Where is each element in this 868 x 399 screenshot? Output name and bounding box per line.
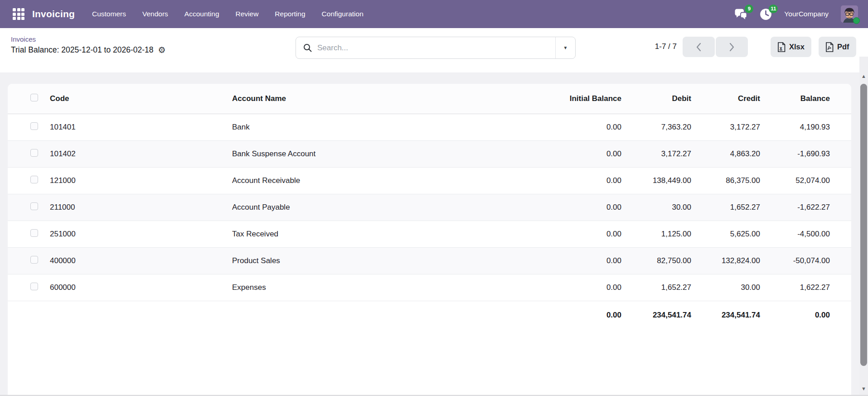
- pager-range[interactable]: 1-7 / 7: [655, 42, 677, 51]
- cell-credit: 86,375.00: [691, 167, 760, 194]
- cell-account-name: Account Payable: [232, 194, 486, 221]
- online-status-dot: [853, 17, 860, 24]
- search-dropdown-toggle[interactable]: ▼: [555, 37, 575, 58]
- export-xlsx-button[interactable]: x Xlsx: [771, 37, 811, 57]
- table-row[interactable]: 101401 Bank 0.00 7,363.20 3,172.27 4,190…: [8, 114, 851, 140]
- total-debit: 234,541.74: [621, 301, 691, 330]
- company-switcher[interactable]: YourCompany: [784, 10, 829, 18]
- messages-button[interactable]: 9: [734, 8, 747, 20]
- scroll-down-icon[interactable]: ▼: [859, 386, 868, 391]
- cell-balance: -1,690.93: [760, 140, 851, 167]
- cell-credit: 1,652.27: [691, 194, 760, 221]
- cell-account-name: Tax Received: [232, 221, 486, 247]
- row-checkbox[interactable]: [30, 202, 38, 210]
- cell-account-name: Bank: [232, 114, 486, 140]
- row-checkbox[interactable]: [30, 122, 38, 130]
- content-area: Code Account Name Initial Balance Debit …: [0, 72, 859, 395]
- app-name-button[interactable]: Invoicing: [32, 9, 75, 19]
- cell-account-name: Product Sales: [232, 247, 486, 274]
- activities-badge: 11: [769, 5, 778, 13]
- cell-initial-balance: 0.00: [486, 167, 621, 194]
- cell-debit: 1,125.00: [621, 221, 691, 247]
- search-input[interactable]: [317, 37, 555, 58]
- breadcrumb: Invoices Trial Balance: 2025-12-01 to 20…: [11, 35, 166, 55]
- cell-code: 101402: [50, 140, 232, 167]
- total-balance: 0.00: [760, 301, 851, 330]
- activities-button[interactable]: 11: [760, 8, 772, 20]
- cell-credit: 132,824.00: [691, 247, 760, 274]
- cell-code: 251000: [50, 221, 232, 247]
- export-pdf-button[interactable]: Pdf: [819, 37, 856, 57]
- pdf-button-label: Pdf: [837, 43, 849, 51]
- search-icon: [303, 43, 312, 52]
- xlsx-button-label: Xlsx: [789, 43, 805, 51]
- svg-text:x: x: [780, 45, 782, 50]
- row-checkbox[interactable]: [30, 229, 38, 237]
- cell-credit: 30.00: [691, 274, 760, 301]
- table-row[interactable]: 251000 Tax Received 0.00 1,125.00 5,625.…: [8, 221, 851, 247]
- breadcrumb-invoices-link[interactable]: Invoices: [11, 35, 36, 43]
- column-header-account-name[interactable]: Account Name: [232, 84, 486, 114]
- row-checkbox[interactable]: [30, 256, 38, 264]
- column-header-debit[interactable]: Debit: [621, 84, 691, 114]
- cell-account-name: Expenses: [232, 274, 486, 301]
- column-header-initial-balance[interactable]: Initial Balance: [486, 84, 621, 114]
- cell-debit: 82,750.00: [621, 247, 691, 274]
- cell-balance: -1,622.27: [760, 194, 851, 221]
- cell-code: 400000: [50, 247, 232, 274]
- total-credit: 234,541.74: [691, 301, 760, 330]
- cell-initial-balance: 0.00: [486, 140, 621, 167]
- row-checkbox[interactable]: [30, 149, 38, 157]
- row-checkbox[interactable]: [30, 283, 38, 290]
- menu-item-customers[interactable]: Customers: [92, 10, 126, 18]
- table-row[interactable]: 121000 Account Receivable 0.00 138,449.0…: [8, 167, 851, 194]
- table-body: 101401 Bank 0.00 7,363.20 3,172.27 4,190…: [8, 114, 851, 301]
- cell-credit: 3,172.27: [691, 114, 760, 140]
- cell-initial-balance: 0.00: [486, 221, 621, 247]
- cell-account-name: Account Receivable: [232, 167, 486, 194]
- pager-buttons: [683, 37, 748, 57]
- cell-debit: 30.00: [621, 194, 691, 221]
- table-row[interactable]: 101402 Bank Suspense Account 0.00 3,172.…: [8, 140, 851, 167]
- cell-code: 121000: [50, 167, 232, 194]
- trial-balance-card: Code Account Name Initial Balance Debit …: [8, 84, 851, 395]
- table-row[interactable]: 211000 Account Payable 0.00 30.00 1,652.…: [8, 194, 851, 221]
- messages-badge: 9: [745, 5, 753, 13]
- menu-item-configuration[interactable]: Configuration: [322, 10, 364, 18]
- total-initial-balance: 0.00: [486, 301, 621, 330]
- scroll-up-icon[interactable]: ▲: [859, 74, 868, 79]
- cell-balance: 52,074.00: [760, 167, 851, 194]
- cell-debit: 3,172.27: [621, 140, 691, 167]
- cell-initial-balance: 0.00: [486, 274, 621, 301]
- column-header-balance[interactable]: Balance: [760, 84, 851, 114]
- trial-balance-table: Code Account Name Initial Balance Debit …: [8, 84, 851, 330]
- menu-item-accounting[interactable]: Accounting: [184, 10, 219, 18]
- cell-code: 211000: [50, 194, 232, 221]
- pager-next-button[interactable]: [716, 37, 748, 57]
- select-all-checkbox[interactable]: [30, 94, 38, 101]
- cell-debit: 138,449.00: [621, 167, 691, 194]
- menu-item-review[interactable]: Review: [236, 10, 259, 18]
- table-row[interactable]: 600000 Expenses 0.00 1,652.27 30.00 1,62…: [8, 274, 851, 301]
- cell-code: 101401: [50, 114, 232, 140]
- column-header-credit[interactable]: Credit: [691, 84, 760, 114]
- chevron-left-icon: [696, 43, 702, 52]
- vertical-scrollbar[interactable]: ▲ ▼: [859, 57, 868, 395]
- gear-icon[interactable]: ⚙: [158, 46, 166, 54]
- menu-item-reporting[interactable]: Reporting: [275, 10, 305, 18]
- pager-previous-button[interactable]: [683, 37, 715, 57]
- cell-balance: 1,622.27: [760, 274, 851, 301]
- table-row[interactable]: 400000 Product Sales 0.00 82,750.00 132,…: [8, 247, 851, 274]
- apps-menu-icon[interactable]: [13, 8, 24, 20]
- cell-credit: 5,625.00: [691, 221, 760, 247]
- cell-account-name: Bank Suspense Account: [232, 140, 486, 167]
- table-footer: 0.00 234,541.74 234,541.74 0.00: [8, 301, 851, 330]
- caret-down-icon: ▼: [563, 45, 568, 50]
- column-header-code[interactable]: Code: [50, 84, 232, 114]
- cell-code: 600000: [50, 274, 232, 301]
- scrollbar-thumb[interactable]: [860, 84, 867, 366]
- menu-item-vendors[interactable]: Vendors: [142, 10, 168, 18]
- cell-initial-balance: 0.00: [486, 114, 621, 140]
- row-checkbox[interactable]: [30, 176, 38, 183]
- user-avatar[interactable]: [841, 5, 858, 23]
